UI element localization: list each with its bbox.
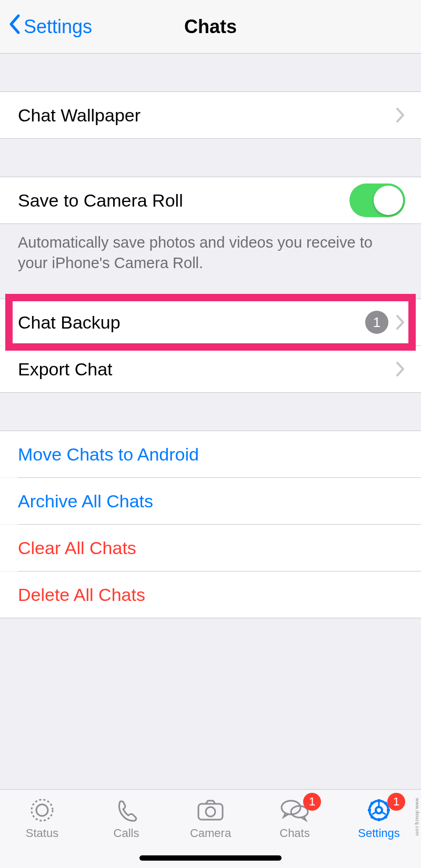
chat-wallpaper-cell[interactable]: Chat Wallpaper [0,92,421,138]
svg-point-1 [36,804,48,816]
chat-wallpaper-label: Chat Wallpaper [18,105,388,126]
back-label: Settings [24,16,92,38]
watermark: www.deuzq.com [415,798,420,836]
phone-icon [114,796,139,824]
clear-all-cell[interactable]: Clear All Chats [0,525,421,571]
export-chat-cell[interactable]: Export Chat [0,346,421,392]
archive-all-cell[interactable]: Archive All Chats [0,478,421,524]
tab-chats-label: Chats [279,826,309,840]
tab-settings-badge: 1 [387,793,405,811]
save-camera-roll-label: Save to Camera Roll [18,190,349,211]
save-camera-roll-cell[interactable]: Save to Camera Roll [0,177,421,223]
archive-all-label: Archive All Chats [18,491,405,512]
tab-calls-label: Calls [114,826,139,840]
chat-backup-cell[interactable]: Chat Backup 1 [0,299,421,345]
save-camera-roll-toggle[interactable] [349,183,405,217]
group-backup-export: Chat Backup 1 Export Chat [0,299,421,393]
page-title: Chats [184,16,237,38]
spacer [0,282,421,299]
navbar: Settings Chats [0,0,421,54]
svg-point-0 [32,800,53,821]
move-chats-cell[interactable]: Move Chats to Android [0,431,421,477]
tab-chats-badge: 1 [303,793,321,811]
delete-all-label: Delete All Chats [18,585,405,605]
tabbar: Status Calls Camera 1 Chats 1 [0,789,421,868]
chat-backup-wrap: Chat Backup 1 [0,299,421,345]
svg-line-12 [371,802,373,804]
svg-line-13 [385,816,387,818]
group-camera-roll: Save to Camera Roll [0,177,421,224]
chevron-right-icon [396,361,405,377]
spacer [0,139,421,177]
back-button[interactable]: Settings [8,14,92,39]
group-actions: Move Chats to Android Archive All Chats … [0,431,421,618]
tab-status[interactable]: Status [0,796,84,868]
camera-roll-footer: Automatically save photos and videos you… [0,224,421,282]
svg-line-14 [371,816,373,818]
svg-line-15 [385,802,387,804]
delete-all-cell[interactable]: Delete All Chats [0,571,421,618]
clear-all-label: Clear All Chats [18,538,405,558]
tab-settings-label: Settings [358,826,400,840]
home-indicator[interactable] [139,855,282,861]
chat-backup-badge: 1 [365,311,388,334]
back-chevron-icon [8,14,21,39]
group-wallpaper: Chat Wallpaper [0,91,421,139]
spacer [0,393,421,431]
chevron-right-icon [396,107,405,123]
export-chat-label: Export Chat [18,359,388,380]
tab-settings[interactable]: 1 Settings [337,796,421,868]
svg-point-3 [206,807,215,816]
camera-icon [196,796,225,824]
tab-status-label: Status [26,826,58,840]
status-icon [29,796,55,824]
chat-backup-label: Chat Backup [18,312,365,333]
move-chats-label: Move Chats to Android [18,444,405,465]
tab-camera-label: Camera [190,826,231,840]
spacer [0,54,421,91]
chevron-right-icon [396,314,405,330]
